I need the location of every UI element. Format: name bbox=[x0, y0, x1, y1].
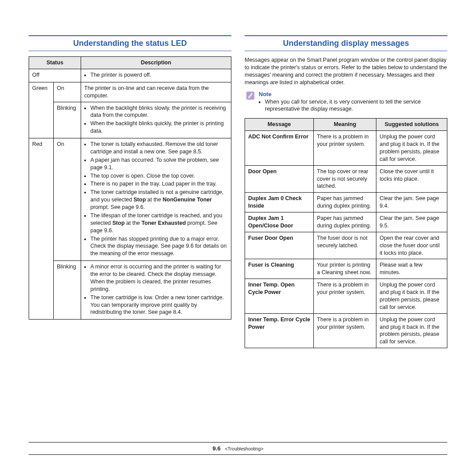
cell-off: Off bbox=[29, 69, 81, 82]
display-messages-table: Message Meaning Suggested solutions ADC … bbox=[245, 118, 447, 348]
cell-red-on: On bbox=[54, 138, 81, 261]
note-content: Note When you call for service, it is ve… bbox=[259, 91, 447, 114]
right-column: Understanding display messages Messages … bbox=[245, 35, 447, 348]
bullet: The toner is totally exhausted. Remove t… bbox=[90, 141, 228, 156]
table-row: Red On The toner is totally exhausted. R… bbox=[29, 138, 231, 261]
th-status: Status bbox=[29, 57, 81, 69]
th-solution: Suggested solutions bbox=[376, 119, 447, 131]
cell-message: Duplex Jam 1 Open/Close Door bbox=[245, 212, 314, 232]
table-row: Blinking A minor error is occurring and … bbox=[29, 261, 231, 320]
note-block: Note When you call for service, it is ve… bbox=[245, 91, 447, 114]
table-row: Fuser Door OpenThe fuser door is not sec… bbox=[245, 232, 447, 259]
breadcrumb: <Troubleshooting> bbox=[225, 446, 263, 451]
bullet: When the backlight blinks quickly, the p… bbox=[90, 120, 228, 135]
bullet: The top cover is open. Close the top cov… bbox=[90, 172, 228, 180]
table-row: Duplex Jam 1 Open/Close DoorPaper has ja… bbox=[245, 212, 447, 232]
cell-red: Red bbox=[29, 138, 54, 320]
left-column: Understanding the status LED Status Desc… bbox=[29, 35, 231, 348]
cell-green-blink: Blinking bbox=[54, 102, 81, 138]
cell-message: Fuser is Cleaning bbox=[245, 259, 314, 279]
cell-meaning: There is a problem in your printer syste… bbox=[314, 279, 376, 314]
bullet: A paper jam has occurred. To solve the p… bbox=[90, 156, 228, 171]
cell-meaning: Your printer is printing a Cleaning shee… bbox=[314, 259, 376, 279]
cell-message: Fuser Door Open bbox=[245, 232, 314, 259]
cell-solution: Clear the jam. See page 9.4. bbox=[376, 193, 447, 212]
table-row: Green On The printer is on-line and can … bbox=[29, 82, 231, 102]
note-icon bbox=[245, 91, 255, 100]
cell-meaning: Paper has jammed during duplex printing. bbox=[314, 212, 376, 232]
note-title: Note bbox=[259, 91, 447, 97]
table-header-row: Message Meaning Suggested solutions bbox=[245, 119, 447, 131]
table-row: Duplex Jam 0 Check InsidePaper has jamme… bbox=[245, 193, 447, 212]
cell-meaning: There is a problem in your printer syste… bbox=[314, 131, 376, 166]
cell-solution: Close the cover until it locks into plac… bbox=[376, 165, 447, 193]
cell-solution: Unplug the power cord and plug it back i… bbox=[376, 313, 447, 348]
section-heading-status-led: Understanding the status LED bbox=[29, 35, 231, 51]
th-description: Description bbox=[81, 57, 231, 69]
table-header-row: Status Description bbox=[29, 57, 231, 69]
table-row: Inner Temp. Open Cycle PowerThere is a p… bbox=[245, 279, 447, 314]
cell-meaning: Paper has jammed during duplex printing. bbox=[314, 193, 376, 212]
cell-meaning: The top cover or rear cover is not secur… bbox=[314, 165, 376, 193]
table-row: ADC Not Confirm ErrorThere is a problem … bbox=[245, 131, 447, 166]
cell-green-blink-desc: When the backlight blinks slowly, the pr… bbox=[81, 102, 231, 138]
table-row: Door OpenThe top cover or rear cover is … bbox=[245, 165, 447, 193]
bullet: When the backlight blinks slowly, the pr… bbox=[90, 104, 228, 119]
cell-solution: Clear the jam. See page 9.5. bbox=[376, 212, 447, 232]
th-meaning: Meaning bbox=[314, 119, 376, 131]
cell-message: Door Open bbox=[245, 165, 314, 193]
bullet: The toner cartridge installed is not a g… bbox=[90, 189, 228, 211]
cell-meaning: There is a problem in your printer syste… bbox=[314, 313, 376, 348]
cell-message: Duplex Jam 0 Check Inside bbox=[245, 193, 314, 212]
cell-red-blink: Blinking bbox=[54, 261, 81, 320]
page-footer: 9.6 <Troubleshooting> bbox=[29, 442, 447, 455]
bullet: A minor error is occurring and the print… bbox=[90, 263, 228, 293]
cell-green: Green bbox=[29, 82, 54, 138]
bullet: There is no paper in the tray. Load pape… bbox=[90, 180, 228, 188]
cell-off-desc: The printer is powerd off. bbox=[81, 69, 231, 82]
cell-meaning: The fuser door is not securely latched. bbox=[314, 232, 376, 259]
th-message: Message bbox=[245, 119, 314, 131]
cell-solution: Open the rear cover and close the fuser … bbox=[376, 232, 447, 259]
cell-solution: Unplug the power cord and plug it back i… bbox=[376, 279, 447, 314]
bullet: The printer is powerd off. bbox=[90, 71, 228, 79]
page-number: 9.6 bbox=[212, 445, 220, 452]
bullet: The lifespan of the toner cartridge is r… bbox=[90, 212, 228, 234]
status-led-table: Status Description Off The printer is po… bbox=[29, 56, 231, 320]
intro-paragraph: Messages appear on the Smart Panel progr… bbox=[245, 56, 447, 86]
cell-solution: Please wait a few minutes. bbox=[376, 259, 447, 279]
cell-green-on-desc: The printer is on-line and can receive d… bbox=[81, 82, 231, 102]
cell-message: ADC Not Confirm Error bbox=[245, 131, 314, 166]
cell-red-on-desc: The toner is totally exhausted. Remove t… bbox=[81, 138, 231, 261]
cell-red-blink-desc: A minor error is occurring and the print… bbox=[81, 261, 231, 320]
section-heading-display-messages: Understanding display messages bbox=[245, 35, 447, 51]
note-body: When you call for service, it is very co… bbox=[265, 98, 447, 113]
cell-message: Inner Temp. Error Cycle Power bbox=[245, 313, 314, 348]
table-row: Blinking When the backlight blinks slowl… bbox=[29, 102, 231, 138]
bullet: The printer has stopped printing due to … bbox=[90, 235, 228, 258]
cell-message: Inner Temp. Open Cycle Power bbox=[245, 279, 314, 314]
cell-solution: Unplug the power cord and plug it back i… bbox=[376, 131, 447, 166]
table-row: Fuser is CleaningYour printer is printin… bbox=[245, 259, 447, 279]
table-row: Inner Temp. Error Cycle PowerThere is a … bbox=[245, 313, 447, 348]
cell-green-on: On bbox=[54, 82, 81, 102]
table-row: Off The printer is powerd off. bbox=[29, 69, 231, 82]
bullet: The toner cartridge is low. Order a new … bbox=[90, 294, 228, 316]
